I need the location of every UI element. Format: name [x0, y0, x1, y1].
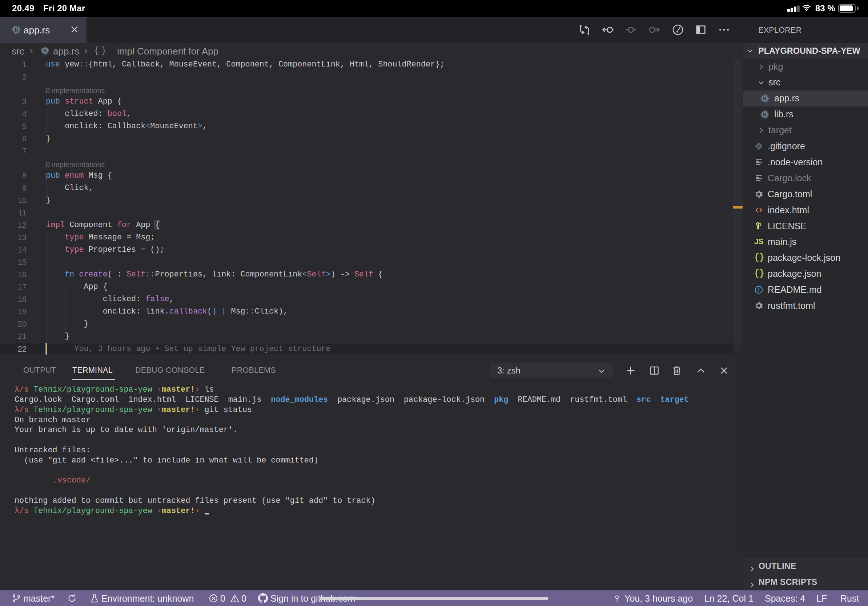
svg-text:R: R: [763, 111, 767, 117]
svg-text:R: R: [763, 95, 767, 101]
